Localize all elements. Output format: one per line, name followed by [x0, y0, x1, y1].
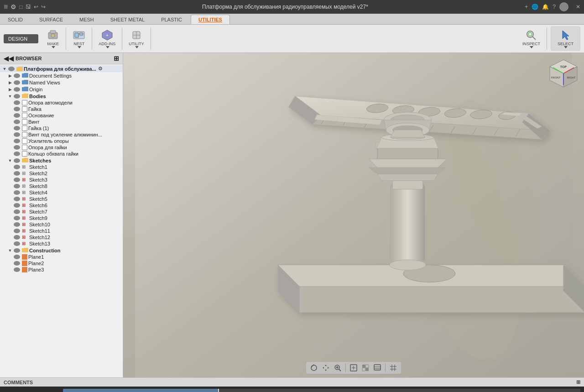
globe-icon[interactable]: 🌐 [532, 4, 538, 10]
browser-item-body9[interactable]: Кольцо обхвата гайки [0, 151, 123, 157]
browser-item-body8[interactable]: Опора для гайки [0, 144, 123, 151]
browser-item-body3[interactable]: Основание [0, 112, 123, 119]
sketch3-eye[interactable] [14, 178, 20, 182]
utility-button[interactable]: UTILITY [126, 27, 147, 50]
browser-item-sketch5[interactable]: ⊞ Sketch5 [0, 196, 123, 202]
sketch8-eye[interactable] [14, 184, 20, 188]
view-mode-btn[interactable] [360, 363, 370, 373]
browser-item-origin[interactable]: ▶ Origin [0, 86, 123, 93]
browser-item-plane3[interactable]: Plane3 [0, 267, 123, 273]
body8-eye[interactable] [14, 145, 20, 150]
undo-icon[interactable]: ↩ [34, 4, 38, 10]
browser-item-body7[interactable]: Усилитель опоры [0, 138, 123, 144]
body3-eye[interactable] [14, 113, 20, 118]
tab-mesh[interactable]: MESH [72, 15, 102, 24]
timeline-end-btn[interactable]: ⏭ [51, 389, 60, 392]
plane1-eye[interactable] [14, 255, 20, 259]
browser-item-sketch1[interactable]: ⊞ Sketch1 [0, 164, 123, 170]
browser-collapse-icon[interactable]: ◀◀ [4, 55, 14, 62]
timeline-track[interactable] [63, 389, 580, 392]
browser-item-named-views[interactable]: ▶ Named Views [0, 79, 123, 86]
browser-item-sketch6[interactable]: ⊞ Sketch6 [0, 202, 123, 209]
body5-eye[interactable] [14, 126, 20, 131]
timeline-start-btn[interactable]: ⏮ [4, 389, 13, 392]
browser-item-plane1[interactable]: Plane1 [0, 254, 123, 260]
sketch5-eye[interactable] [14, 197, 20, 201]
sketch12-eye[interactable] [14, 235, 20, 240]
nest-button[interactable]: NEST [70, 27, 88, 50]
sketch13-eye[interactable] [14, 241, 20, 246]
save-icon[interactable]: 🖫 [26, 4, 31, 10]
browser-item-sketch3[interactable]: ⊞ Sketch3 [0, 177, 123, 183]
tab-solid[interactable]: SOLID [0, 15, 31, 24]
browser-item-sketch10[interactable]: ⊞ Sketch10 [0, 221, 123, 228]
timeline-play-btn[interactable]: ▶ [27, 389, 36, 392]
sketch10-eye[interactable] [14, 222, 20, 227]
browser-item-sketch12[interactable]: ⊞ Sketch12 [0, 234, 123, 240]
orbit-btn[interactable] [309, 363, 319, 373]
timeline-prev-btn[interactable]: ◀ [16, 389, 25, 392]
browser-root-item[interactable]: ▼ Платформа для обслужива... ⚙ [0, 65, 123, 72]
timeline-next-btn[interactable]: ▶▶ [39, 389, 48, 392]
sketch1-eye[interactable] [14, 165, 20, 169]
tab-plastic[interactable]: PLASTIC [153, 15, 190, 24]
grid-btn[interactable] [388, 363, 398, 373]
body6-checkbox[interactable] [22, 132, 27, 137]
root-eye-icon[interactable] [8, 67, 15, 71]
help-icon[interactable]: ? [553, 4, 556, 10]
addins-button[interactable]: + ADD-INS [96, 27, 118, 50]
browser-item-body6[interactable]: Винт под усиление алюминин... [0, 131, 123, 138]
browser-item-sketch2[interactable]: ⊞ Sketch2 [0, 170, 123, 177]
body9-eye[interactable] [14, 152, 20, 156]
browser-item-sketch8[interactable]: ⊞ Sketch8 [0, 183, 123, 189]
sketch6-eye[interactable] [14, 203, 20, 208]
sketch4-eye[interactable] [14, 190, 20, 195]
tab-surface[interactable]: SURFACE [31, 15, 71, 24]
notification-icon[interactable]: 🔔 [542, 4, 549, 10]
pan-btn[interactable] [321, 363, 331, 373]
new-window-icon[interactable]: □ [19, 4, 22, 10]
body8-checkbox[interactable] [22, 145, 27, 150]
display-mode-btn[interactable] [372, 363, 382, 373]
body2-checkbox[interactable] [22, 106, 27, 112]
browser-item-body5[interactable]: Гайка (1) [0, 125, 123, 131]
sketch11-eye[interactable] [14, 229, 20, 233]
comments-expand-icon[interactable]: ⊞ [576, 379, 580, 385]
select-button[interactable]: SELECT [551, 26, 580, 51]
browser-item-body4[interactable]: Винт [0, 119, 123, 125]
browser-item-doc-settings[interactable]: ▶ Document Settings [0, 72, 123, 79]
browser-item-sketch13[interactable]: ⊞ Sketch13 [0, 240, 123, 247]
browser-item-construction[interactable]: ▼ Construction [0, 247, 123, 254]
body4-eye[interactable] [14, 120, 20, 124]
close-btn[interactable]: ✕ [576, 4, 580, 10]
browser-item-sketch11[interactable]: ⊞ Sketch11 [0, 228, 123, 234]
browser-item-sketches[interactable]: ▼ Sketches [0, 157, 123, 164]
body4-checkbox[interactable] [22, 119, 27, 125]
tab-sheet-metal[interactable]: SHEET METAL [103, 15, 152, 24]
browser-item-sketch4[interactable]: ⊞ Sketch4 [0, 189, 123, 196]
navcube[interactable]: TOP RIGHT FRONT [548, 57, 579, 89]
redo-icon[interactable]: ↪ [41, 4, 46, 10]
sketch7-eye[interactable] [14, 209, 20, 214]
browser-item-plane2[interactable]: Plane2 [0, 260, 123, 267]
browser-item-sketch7[interactable]: ⊞ Sketch7 [0, 209, 123, 215]
body1-eye[interactable] [14, 100, 20, 105]
zoom-btn[interactable] [333, 363, 343, 373]
body7-checkbox[interactable] [22, 138, 27, 144]
viewport[interactable]: TOP RIGHT FRONT [123, 53, 584, 377]
inspect-button[interactable]: INSPECT [520, 27, 543, 50]
browser-item-body2[interactable]: Гайка [0, 106, 123, 112]
root-settings-icon[interactable]: ⚙ [98, 66, 103, 72]
browser-item-body1[interactable]: Опора автомодели [0, 99, 123, 106]
fit-btn[interactable] [349, 363, 359, 373]
plane2-eye[interactable] [14, 261, 20, 266]
body7-eye[interactable] [14, 139, 20, 143]
browser-item-sketch9[interactable]: ⊞ Sketch9 [0, 215, 123, 221]
new-tab-btn[interactable]: + [525, 4, 528, 10]
tab-utilities[interactable]: UTILITIES [191, 15, 230, 24]
browser-item-bodies[interactable]: ▼ Bodies [0, 93, 123, 99]
sketch9-eye[interactable] [14, 216, 20, 220]
design-button[interactable]: DESIGN [4, 34, 38, 43]
body9-checkbox[interactable] [22, 151, 27, 157]
browser-maximize-icon[interactable]: ⊞ [114, 55, 119, 62]
